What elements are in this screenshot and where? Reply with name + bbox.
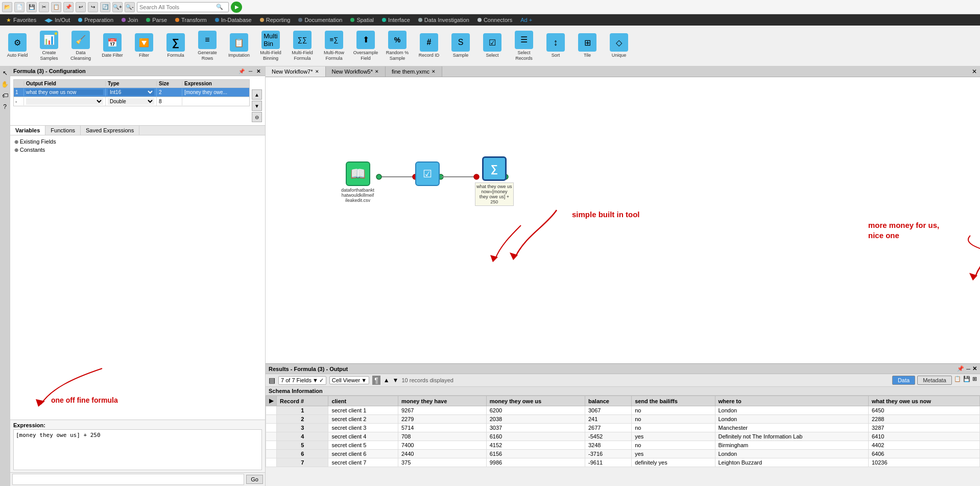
cat-spatial[interactable]: Spatial <box>346 16 378 24</box>
tree-existing-fields[interactable]: Existing Fields <box>12 137 263 146</box>
cat-ad[interactable]: Ad + <box>516 16 536 24</box>
tool-datefilter[interactable]: 📅 Date Filter <box>97 27 128 65</box>
col-money-have[interactable]: money they have <box>398 396 487 406</box>
zoom-out-icon[interactable]: 🔍- <box>125 2 135 12</box>
viewer-selector[interactable]: Cell Viewer ▼ <box>329 376 369 384</box>
cut-icon[interactable]: ✂ <box>39 2 49 12</box>
tool-select[interactable]: ☑ Select <box>477 27 508 65</box>
tab-workflow5-close[interactable]: ✕ <box>375 69 379 74</box>
row2-type[interactable]: Double <box>106 97 157 106</box>
tab-finethemyxmc[interactable]: fine them.yxmc ✕ <box>386 66 442 77</box>
move-up-btn[interactable]: ▲ <box>252 89 262 100</box>
cat-parse[interactable]: Parse <box>142 16 171 24</box>
expression-box[interactable]: [money they owe us] + 250 <box>13 429 262 470</box>
tab-functions[interactable]: Functions <box>45 126 81 135</box>
delete-row-btn[interactable]: ⊖ <box>252 112 262 122</box>
tool-formula[interactable]: ∑ Formula <box>160 27 191 65</box>
cat-documentation[interactable]: Documentation <box>294 16 346 24</box>
row2-output[interactable] <box>24 97 106 106</box>
scroll-down-icon[interactable]: ▼ <box>393 377 399 384</box>
results-save-icon[interactable]: 💾 <box>963 376 970 385</box>
results-minimize-btn[interactable]: ─ <box>966 366 970 372</box>
col-record-num[interactable]: Record # <box>277 396 328 406</box>
tool-sample[interactable]: S Sample <box>445 27 476 65</box>
expression-input[interactable] <box>12 474 244 485</box>
undo-icon[interactable]: ↩ <box>76 2 86 12</box>
canvas-area[interactable]: 📖 dataforthatbankthatwouldkillmeifileake… <box>266 77 980 363</box>
tab-workflow7[interactable]: New Workflow7* ✕ <box>266 66 326 77</box>
cat-favorites[interactable]: ★ Favorites <box>2 16 40 25</box>
row1-type-select[interactable]: Int16 Int32 Double <box>108 89 154 96</box>
refresh-icon[interactable]: 🔄 <box>100 2 110 12</box>
tool-selectrecords[interactable]: ☰ Select Records <box>509 27 539 65</box>
cat-join[interactable]: Join <box>117 16 142 24</box>
open-icon[interactable]: 📂 <box>2 2 12 12</box>
tool-filter[interactable]: 🔽 Filter <box>129 27 159 65</box>
data-tab-btn[interactable]: Data <box>892 376 915 385</box>
tool-imputation[interactable]: 📋 Imputation <box>224 27 254 65</box>
side-hand-icon[interactable]: ✋ <box>0 80 10 89</box>
panel-pin-btn[interactable]: 📌 <box>237 68 246 74</box>
col-balance[interactable]: balance <box>585 396 632 406</box>
results-grid-icon[interactable]: ▤ <box>269 376 275 384</box>
search-icon[interactable]: 🔍 <box>216 4 223 10</box>
cat-indatabase[interactable]: In-Database <box>211 16 256 24</box>
col-bailiffs[interactable]: send the bailiffs <box>632 396 715 406</box>
zoom-in-icon[interactable]: 🔍+ <box>112 2 123 12</box>
copy-icon[interactable]: 📋 <box>51 2 61 12</box>
wf-node-select[interactable]: ☑ <box>415 161 440 188</box>
tool-oversample[interactable]: ⬆ Oversample Field <box>350 27 381 65</box>
tab-workflow5[interactable]: New Workflow5* ✕ <box>326 66 386 77</box>
side-cursor-icon[interactable]: ↖ <box>2 68 9 78</box>
tool-multifieldformula[interactable]: ∑∑ Multi-Field Formula <box>287 27 318 65</box>
scroll-up-icon[interactable]: ▲ <box>384 377 390 384</box>
tool-recordid[interactable]: # Record ID <box>414 27 444 65</box>
new-icon[interactable]: 📄 <box>14 2 25 12</box>
tab-saved-expressions[interactable]: Saved Expressions <box>81 126 139 135</box>
pilcrow-icon[interactable]: ¶ <box>372 376 380 385</box>
tool-randomsample[interactable]: % Random % Sample <box>382 27 413 65</box>
tool-multifieldbin[interactable]: MultiBin Multi-Field Binning <box>255 27 286 65</box>
col-owe-now[interactable]: what they owe us now <box>868 396 979 406</box>
tool-createsamples[interactable]: 📊 ★ Create Samples <box>34 27 64 65</box>
tool-sort[interactable]: ↕ Sort <box>540 27 571 65</box>
run-button[interactable] <box>231 2 242 13</box>
tab-variables[interactable]: Variables <box>10 126 45 135</box>
panel-close-btn[interactable]: ✕ <box>255 68 262 74</box>
tool-datacleansing[interactable]: 🧹 Data Cleansing <box>65 27 96 65</box>
cat-interface[interactable]: Interface <box>378 16 414 24</box>
results-copy-icon[interactable]: 📋 <box>954 376 961 385</box>
cat-transform[interactable]: Transform <box>171 16 211 24</box>
results-pin-btn[interactable]: 📌 <box>957 365 964 372</box>
row2-type-select[interactable]: Double <box>108 98 154 105</box>
tab-workflow7-close[interactable]: ✕ <box>315 69 319 74</box>
tab-finethemyxmc-close[interactable]: ✕ <box>432 69 436 74</box>
paste-icon[interactable]: 📌 <box>63 2 74 12</box>
tool-autofield[interactable]: ⚙ Auto Field <box>2 27 33 65</box>
row2-output-select[interactable] <box>26 98 103 105</box>
cat-preparation[interactable]: Preparation <box>74 16 117 24</box>
col-where[interactable]: where to <box>715 396 868 406</box>
results-expand-icon[interactable]: ⊞ <box>972 376 977 385</box>
tool-multirowformula[interactable]: ≡∑ Multi-Row Formula <box>319 27 349 65</box>
move-down-btn[interactable]: ▼ <box>252 101 262 111</box>
side-help-icon[interactable]: ? <box>2 102 8 111</box>
cat-reporting[interactable]: Reporting <box>256 16 295 24</box>
row1-type[interactable]: Int16 Int32 Double <box>106 88 157 97</box>
wf-node-formula[interactable]: ∑ what they owe usnow=[moneythey owe us]… <box>475 156 514 206</box>
cat-connectors[interactable]: Connectors <box>473 16 516 24</box>
panel-minimize-btn[interactable]: ─ <box>247 68 254 74</box>
cat-datainvestigation[interactable]: Data Investigation <box>414 16 473 24</box>
search-input[interactable] <box>139 4 216 10</box>
save-icon[interactable]: 💾 <box>27 2 37 12</box>
wf-node-input[interactable]: 📖 dataforthatbankthatwouldkillmeifileake… <box>341 161 374 203</box>
side-tag-icon[interactable]: 🏷 <box>1 91 9 100</box>
results-close-btn[interactable]: ✕ <box>972 365 977 372</box>
col-client[interactable]: client <box>328 396 398 406</box>
tree-constants[interactable]: Constants <box>12 146 263 154</box>
tool-tile[interactable]: ⊞ Tile <box>572 27 603 65</box>
row1-output-input[interactable] <box>26 89 103 95</box>
go-button[interactable]: Go <box>246 475 263 484</box>
tab-close-all[interactable]: ✕ <box>969 67 980 76</box>
tool-generaterows[interactable]: ≡ Generate Rows <box>192 27 223 65</box>
